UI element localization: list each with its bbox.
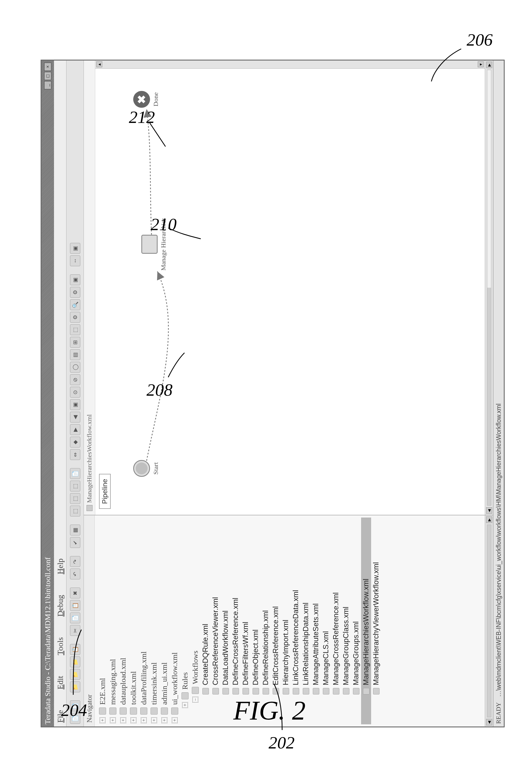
tree-item[interactable]: DefineObject.xml — [251, 518, 261, 724]
menu-edit[interactable]: Edit — [56, 665, 65, 689]
maximize-button[interactable]: □ — [44, 72, 51, 80]
tree-item[interactable]: +messaging.xml — [108, 518, 118, 724]
tree-item[interactable]: DefineCrossReference.xml — [231, 518, 241, 724]
toolbar-button[interactable]: 🔍 — [70, 299, 80, 310]
toolbar-button[interactable]: ⊞ — [70, 337, 80, 347]
scroll-right-icon[interactable]: ▶ — [486, 62, 492, 68]
tree-item-label: EditCrossReference.xml — [272, 606, 280, 685]
toolbar-button[interactable]: ⬚ — [70, 506, 80, 517]
scroll-left-icon[interactable]: ◀ — [486, 507, 492, 514]
toolbar-button[interactable]: ◯ — [70, 362, 80, 372]
toolbar-button[interactable]: ▣ — [70, 399, 80, 410]
menu-help[interactable]: Help — [56, 548, 65, 574]
toolbar-button[interactable]: 📁 — [70, 669, 80, 680]
tree-item[interactable]: ManageHierarchiesWorkflow.xml — [361, 518, 371, 724]
toolbar-button[interactable]: ▶ — [70, 424, 80, 435]
editor-vscrollbar[interactable]: ▲ ▼ — [95, 60, 485, 69]
scroll-thumb[interactable] — [487, 288, 491, 505]
tree-item[interactable]: LinkCrossReferenceData.xml — [291, 518, 301, 724]
tree-folder-rules[interactable]: +Rules — [180, 518, 190, 724]
editor-tab[interactable]: ManageHierarchiesWorkflow.xml — [84, 60, 95, 515]
toolbar-button[interactable]: ⬚ — [70, 324, 80, 335]
toolbar-button[interactable]: ▣ — [70, 243, 80, 254]
toolbar-button[interactable]: ⬚ — [70, 493, 80, 504]
toolbar-button[interactable]: ⊙ — [70, 387, 80, 398]
navigator-hscrollbar[interactable]: ◀ ▶ — [485, 515, 493, 727]
expand-icon[interactable]: + — [172, 717, 178, 723]
tree-item-label: messaging.xml — [109, 659, 117, 705]
scroll-thumb[interactable] — [487, 525, 491, 717]
expand-icon[interactable]: + — [120, 717, 126, 723]
tree-item[interactable]: EditCrossReference.xml — [271, 518, 281, 724]
toolbar-button[interactable]: ◆ — [70, 437, 80, 448]
scroll-track[interactable] — [487, 70, 491, 506]
toolbar-button[interactable]: 📁 — [70, 681, 80, 692]
toolbar-button[interactable]: 📄 — [70, 468, 80, 479]
toolbar-button[interactable]: ✖ — [70, 588, 80, 598]
toolbar-button[interactable]: ⚙ — [70, 287, 80, 298]
expand-icon[interactable]: + — [161, 717, 167, 723]
tree-item[interactable]: ManageGroupClass.xml — [341, 518, 351, 724]
tree-item[interactable]: +dataProfiling.xml — [139, 518, 149, 724]
collapse-icon[interactable]: − — [192, 697, 198, 703]
tree-item[interactable]: +dataupload.xml — [118, 518, 128, 724]
scroll-left-icon[interactable]: ◀ — [486, 719, 492, 725]
minimize-button[interactable]: _ — [44, 81, 51, 89]
tree-item[interactable]: ManageCrossReference.xml — [331, 518, 341, 724]
expand-icon[interactable]: + — [141, 717, 147, 723]
workflow-done-node[interactable]: ✖ Done — [133, 91, 160, 108]
editor-canvas[interactable]: Pipeline Start — [95, 60, 485, 515]
toolbar-button[interactable]: 📋 — [70, 644, 80, 655]
toolbar-button[interactable]: ⚙ — [70, 312, 80, 323]
tree-item[interactable]: HierarchyImport.xml — [281, 518, 291, 724]
tree-item[interactable]: +toolkit.xml — [128, 518, 139, 724]
workflow-start-node[interactable]: Start — [133, 460, 160, 477]
toolbar-button[interactable]: ▤ — [70, 349, 80, 360]
toolbar-button[interactable]: ▦ — [70, 525, 80, 536]
tree-item[interactable]: +timersink.xml — [149, 518, 159, 724]
tree-item[interactable]: ManageHierarchyViewerWorkflow.xml — [371, 518, 381, 724]
expand-icon[interactable]: + — [110, 717, 116, 723]
tree-item[interactable]: ManageGroups.xml — [351, 518, 361, 724]
toolbar-button[interactable]: ✂ — [70, 625, 80, 636]
tree-item[interactable]: ManageAttributeSets.xml — [311, 518, 321, 724]
toolbar-button[interactable]: ⊘ — [70, 374, 80, 385]
expand-icon[interactable]: + — [182, 702, 188, 708]
expand-icon[interactable]: + — [100, 717, 106, 723]
menu-tools[interactable]: Tools — [56, 627, 65, 655]
tree-item[interactable]: DefineFiltersWf.xml — [241, 518, 251, 724]
tree-item-label: ManageCLS.xml — [322, 631, 330, 685]
toolbar-button[interactable]: ↔ — [70, 255, 80, 266]
tree-item[interactable]: +E2E.xml — [97, 518, 108, 724]
toolbar-button[interactable]: 📋 — [70, 600, 80, 611]
expand-icon[interactable]: + — [151, 717, 157, 723]
tree-item[interactable]: CreateDQRule.xml — [200, 518, 211, 724]
editor-hscrollbar[interactable]: ◀ ▶ — [485, 60, 493, 515]
file-icon — [343, 688, 349, 695]
tree-item[interactable]: LinkRelationshipData.xml — [301, 518, 311, 724]
toolbar-button[interactable]: ↷ — [70, 556, 80, 567]
toolbar-button[interactable]: ▣ — [70, 274, 80, 285]
scroll-up-icon[interactable]: ▲ — [96, 62, 102, 68]
toolbar-button[interactable]: ⇔ — [70, 449, 80, 460]
file-icon — [373, 688, 380, 695]
tree-item-label: LinkRelationshipData.xml — [302, 603, 310, 685]
expand-icon[interactable]: + — [130, 717, 136, 723]
menu-debug[interactable]: Debug — [56, 585, 65, 617]
tree-item[interactable]: DataLoadWorkflow.xml — [221, 518, 231, 724]
tree-item[interactable]: DefineRelationship.xml — [261, 518, 271, 724]
toolbar-button[interactable]: ✔ — [70, 537, 80, 548]
toolbar-button[interactable]: 📁 — [70, 657, 80, 667]
scroll-right-icon[interactable]: ▶ — [486, 517, 492, 523]
toolbar-button[interactable]: ◀ — [70, 412, 80, 423]
toolbar-button[interactable]: ⬚ — [70, 481, 80, 492]
scroll-down-icon[interactable]: ▼ — [478, 62, 484, 68]
tree-item[interactable]: ManageCLS.xml — [321, 518, 331, 724]
tree-item[interactable]: CrossReferenceViewer.xml — [211, 518, 221, 724]
close-button[interactable]: × — [44, 63, 51, 71]
tree-item[interactable]: +ui_workflow.xml — [170, 518, 180, 724]
tree-folder-workflows[interactable]: −Workflows — [190, 518, 200, 724]
tree-item[interactable]: +admin_ui.xml — [159, 518, 170, 724]
toolbar-button[interactable]: 📄 — [70, 613, 80, 623]
toolbar-button[interactable]: ↶ — [70, 569, 80, 579]
